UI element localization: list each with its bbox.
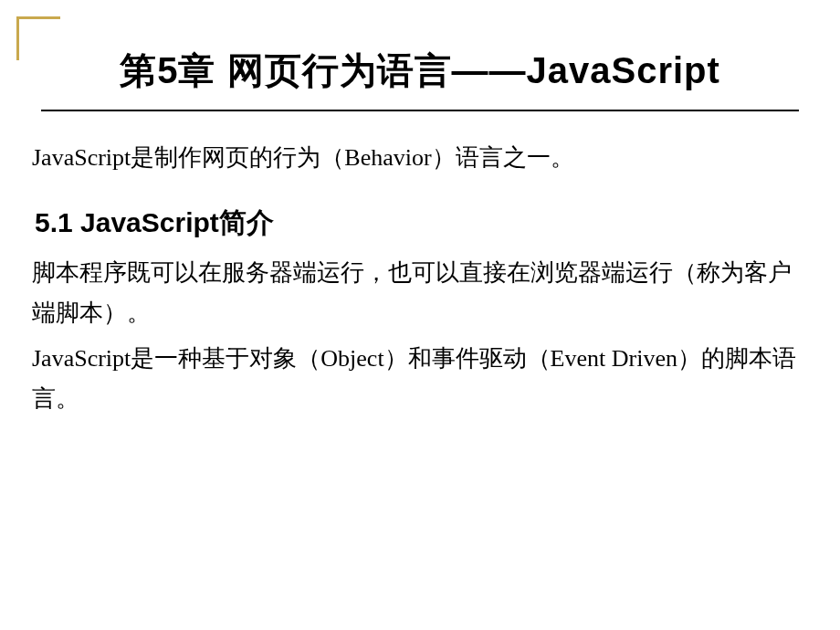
title-underline — [41, 110, 799, 111]
slide-content: 第5章 网页行为语言——JavaScript JavaScript是制作网页的行… — [0, 0, 840, 452]
intro-text: JavaScript是制作网页的行为（Behavior）语言之一。 — [32, 139, 808, 177]
section-heading: 5.1 JavaScript简介 — [35, 205, 805, 242]
chapter-title: 第5章 网页行为语言——JavaScript — [27, 46, 813, 96]
body-paragraph-2: JavaScript是一种基于对象（Object）和事件驱动（Event Dri… — [32, 339, 808, 419]
body-paragraph-1: 脚本程序既可以在服务器端运行，也可以直接在浏览器端运行（称为客户端脚本）。 — [32, 253, 808, 333]
corner-accent — [16, 16, 60, 60]
